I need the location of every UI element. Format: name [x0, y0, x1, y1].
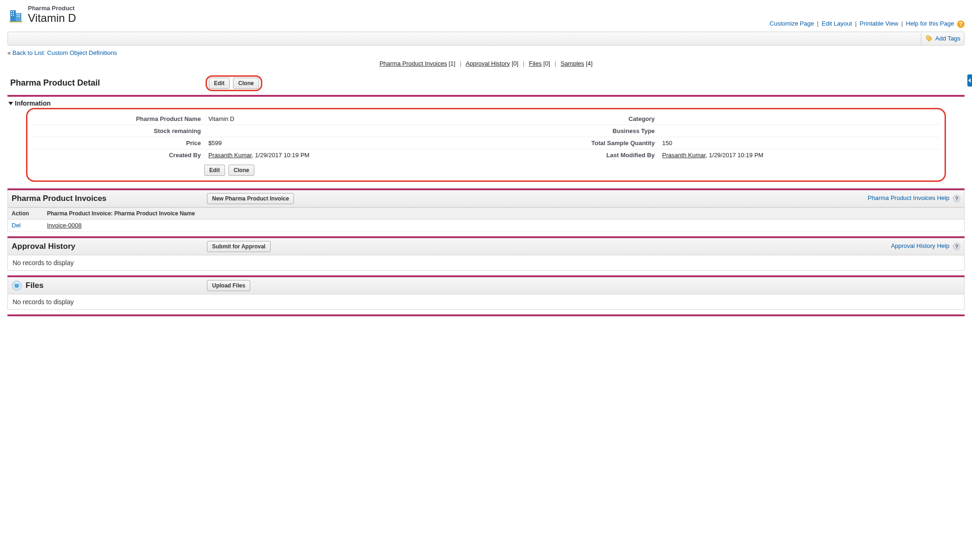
tag-icon [926, 35, 932, 42]
files-no-records: No records to display [7, 294, 965, 310]
information-header[interactable]: Information [7, 97, 965, 109]
side-expand-tab[interactable] [967, 74, 972, 87]
svg-rect-5 [13, 13, 14, 14]
delete-link[interactable]: Del [12, 222, 21, 229]
collapse-icon [8, 102, 13, 105]
submit-approval-button[interactable]: Submit for Approval [207, 241, 271, 252]
clone-button-bottom[interactable]: Clone [228, 165, 254, 176]
printable-view-link[interactable]: Printable View [860, 20, 899, 27]
invoices-table: Action Pharma Product Invoice: Pharma Pr… [7, 207, 965, 232]
field-label-created: Created By [32, 149, 205, 161]
svg-rect-7 [13, 15, 14, 16]
related-invoices-title: Pharma Product Invoices [12, 194, 207, 203]
highlight-edit-clone: Edit Clone [206, 75, 262, 91]
new-invoice-button[interactable]: New Pharma Product Invoice [207, 193, 294, 204]
add-tags-link[interactable]: Add Tags [935, 35, 960, 42]
edit-layout-link[interactable]: Edit Layout [822, 20, 852, 27]
detail-table: Pharma Product Name Vitamin D Category S… [32, 113, 940, 161]
svg-rect-9 [19, 14, 20, 15]
detail-title-row: Pharma Product Detail Edit Clone [7, 73, 965, 95]
approval-help-link[interactable]: Approval History Help [891, 242, 950, 249]
related-invoices-header: Pharma Product Invoices New Pharma Produ… [7, 190, 965, 207]
col-action: Action [8, 207, 44, 219]
customize-page-link[interactable]: Customize Page [770, 20, 814, 27]
help-icon[interactable]: ? [957, 20, 965, 28]
edit-button-bottom[interactable]: Edit [204, 165, 225, 176]
svg-rect-12 [9, 21, 22, 22]
field-label-name: Pharma Product Name [32, 113, 205, 125]
svg-rect-3 [13, 11, 14, 12]
svg-point-13 [927, 36, 928, 37]
svg-rect-2 [11, 11, 12, 12]
related-files-section: Files Upload Files No records to display [7, 275, 965, 310]
field-value-modified: Prasanth Kumar, 1/29/2017 10:19 PM [659, 149, 940, 161]
anchor-approval[interactable]: Approval History [466, 60, 510, 67]
related-approval-header: Approval History Submit for Approval App… [7, 238, 965, 255]
field-value-tsq: 150 [659, 137, 940, 149]
highlight-detail-block: Pharma Product Name Vitamin D Category S… [26, 108, 946, 182]
field-label-stock: Stock remaining [32, 125, 205, 137]
related-samples-section-stub [7, 314, 965, 316]
upload-files-button[interactable]: Upload Files [207, 280, 250, 291]
anchor-files[interactable]: Files [529, 60, 541, 67]
help-icon[interactable]: ? [953, 243, 960, 250]
created-by-user-link[interactable]: Prasanth Kumar [208, 152, 252, 159]
svg-rect-11 [19, 16, 20, 17]
invoices-help-link[interactable]: Pharma Product Invoices Help [868, 194, 950, 201]
field-label-modified: Last Modified By [486, 149, 659, 161]
svg-rect-6 [11, 15, 12, 16]
page-action-links: Customize Page | Edit Layout | Printable… [7, 20, 965, 28]
svg-rect-10 [17, 16, 18, 17]
related-approval-title: Approval History [12, 242, 207, 251]
related-approval-section: Approval History Submit for Approval App… [7, 236, 965, 271]
related-invoices-section: Pharma Product Invoices New Pharma Produ… [7, 188, 965, 232]
field-value-price: $599 [205, 137, 486, 149]
help-page-link[interactable]: Help for this Page [906, 20, 954, 27]
building-icon [7, 7, 24, 23]
object-type-label: Pharma Product [28, 5, 76, 12]
col-invoice-name: Pharma Product Invoice: Pharma Product I… [43, 207, 965, 219]
detail-buttons-bottom: Edit Clone [32, 161, 940, 176]
table-row: Del Invoice-0008 [8, 219, 965, 231]
anchor-samples[interactable]: Samples [560, 60, 584, 67]
back-link-row: « Back to List: Custom Object Definition… [7, 49, 965, 56]
approval-no-records: No records to display [7, 255, 965, 271]
detail-section-title: Pharma Product Detail [10, 78, 206, 88]
modified-by-user-link[interactable]: Prasanth Kumar [662, 152, 706, 159]
files-icon [12, 280, 22, 291]
record-name: Vitamin D [28, 12, 76, 25]
related-anchor-links: Pharma Product Invoices [1] | Approval H… [7, 60, 965, 67]
svg-rect-4 [11, 13, 12, 14]
anchor-invoices[interactable]: Pharma Product Invoices [379, 60, 447, 67]
back-to-list-link[interactable]: Back to List: Custom Object Definitions [13, 49, 117, 56]
svg-rect-16 [16, 283, 18, 284]
edit-button[interactable]: Edit [209, 78, 230, 89]
field-value-category [659, 113, 940, 125]
field-value-created: Prasanth Kumar, 1/29/2017 10:19 PM [205, 149, 486, 161]
field-label-category: Category [486, 113, 659, 125]
header-text: Pharma Product Vitamin D [28, 5, 76, 25]
related-files-header: Files Upload Files [7, 277, 965, 294]
field-value-name: Vitamin D [205, 113, 486, 125]
field-label-price: Price [32, 137, 205, 149]
field-label-biztype: Business Type [486, 125, 659, 137]
related-files-title: Files [26, 281, 44, 290]
help-icon[interactable]: ? [953, 195, 960, 202]
clone-button[interactable]: Clone [233, 78, 259, 89]
invoice-record-link[interactable]: Invoice-0008 [47, 222, 81, 229]
field-value-stock [205, 125, 486, 137]
svg-point-15 [14, 283, 19, 288]
tag-bar: Add Tags [7, 32, 965, 46]
field-label-tsq: Total Sample Quantity [486, 137, 659, 149]
svg-rect-8 [17, 14, 18, 15]
field-value-biztype [659, 125, 940, 137]
